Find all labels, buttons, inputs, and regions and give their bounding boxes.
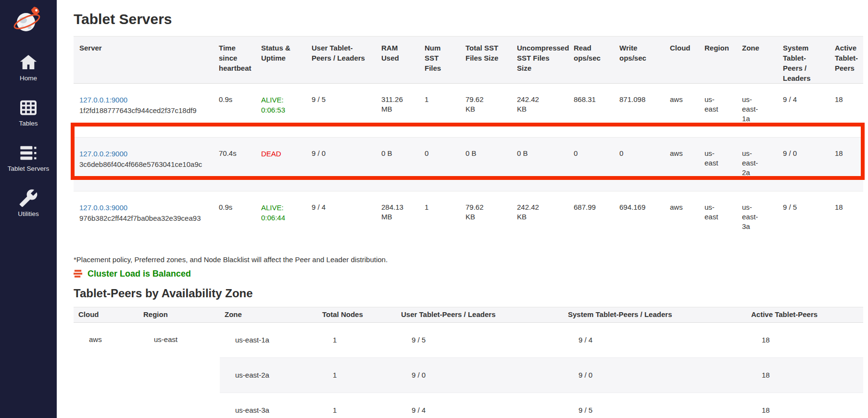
cloud-cell: aws: [664, 191, 699, 245]
yugabytedb-logo-icon[interactable]: [13, 5, 44, 36]
region-cell: us-east: [699, 191, 736, 245]
cluster-load-icon: [74, 269, 83, 279]
ram-cell: 311.26 MB: [376, 84, 419, 138]
sidebar-item-label: Home: [20, 75, 37, 82]
write-ops-cell: 0: [614, 138, 664, 191]
total-sst-cell: 0 B: [460, 138, 511, 191]
status-text: DEAD: [261, 149, 302, 159]
read-ops-cell: 868.31: [568, 84, 614, 138]
active-peers-cell: 18: [746, 393, 863, 418]
col-uncompressed-sst: Uncompressed SST Files Size: [511, 37, 568, 84]
uncompressed-sst-cell: 242.42 KB: [511, 191, 568, 245]
sidebar-item-utilities[interactable]: Utilities: [0, 189, 57, 218]
zone-table: Cloud Region Zone Total Nodes User Table…: [74, 307, 863, 418]
server-uuid: 1f2fd188777643cf944ced2f37c18df9: [79, 105, 209, 116]
uncompressed-sst-cell: 242.42 KB: [511, 84, 568, 138]
col-total-sst: Total SST Files Size: [460, 37, 511, 84]
sidebar-item-home[interactable]: Home: [0, 53, 57, 82]
active-peers-cell: 18: [746, 322, 863, 357]
heartbeat-cell: 70.4s: [213, 138, 255, 191]
server-link[interactable]: 127.0.0.1:9000: [79, 95, 209, 105]
zone-cell: us-east-3a: [736, 191, 777, 245]
col-cloud: Cloud: [74, 307, 138, 322]
system-peers-cell: 9 / 4: [777, 84, 829, 138]
active-peers-cell: 18: [829, 84, 863, 138]
user-peers-cell: 9 / 5: [306, 84, 376, 138]
wrench-icon: [19, 189, 38, 208]
cloud-cell: aws: [74, 322, 138, 418]
col-user-peers: User Tablet-Peers / Leaders: [396, 307, 563, 322]
status-cell: ALIVE: 0:06:53: [255, 84, 306, 138]
tables-icon: [19, 98, 38, 117]
write-ops-cell: 694.169: [614, 191, 664, 245]
zone-section-title: Tablet-Peers by Availability Zone: [74, 286, 863, 301]
server-cell: 127.0.0.1:9000 1f2fd188777643cf944ced2f3…: [74, 84, 213, 138]
col-region: Region: [699, 37, 736, 84]
col-status: Status & Uptime: [255, 37, 306, 84]
zone-cell: us-east-3a: [220, 393, 317, 418]
zone-cell: us-east-1a: [220, 322, 317, 357]
user-peers-cell: 9 / 0: [396, 357, 563, 393]
status-cell: ALIVE: 0:06:44: [255, 191, 306, 245]
uptime-text: 0:06:53: [261, 105, 302, 115]
col-ram: RAM Used: [376, 37, 419, 84]
heartbeat-cell: 0.9s: [213, 191, 255, 245]
region-cell: us-east: [138, 322, 220, 418]
server-cell: 127.0.0.2:9000 3c6deb86f40c4f668e5763041…: [74, 138, 213, 191]
write-ops-cell: 871.098: [614, 84, 664, 138]
total-nodes-cell: 1: [317, 357, 396, 393]
num-sst-cell: 1: [419, 84, 460, 138]
system-peers-cell: 9 / 5: [777, 191, 829, 245]
tablet-servers-icon: [19, 143, 38, 163]
placement-footnote: *Placement policy, Preferred zones, and …: [74, 255, 863, 264]
zone-cell: us-east-2a: [220, 357, 317, 393]
uncompressed-sst-cell: 0 B: [511, 138, 568, 191]
col-region: Region: [138, 307, 220, 322]
system-peers-cell: 9 / 0: [777, 138, 829, 191]
heartbeat-cell: 0.9s: [213, 84, 255, 138]
col-user-peers: User Tablet-Peers / Leaders: [306, 37, 376, 84]
col-system-peers: System Tablet-Peers / Leaders: [563, 307, 746, 322]
read-ops-cell: 0: [568, 138, 614, 191]
zone-cell: us-east-1a: [736, 84, 777, 138]
uptime-text: 0:06:44: [261, 213, 302, 223]
col-read-ops: Read ops/sec: [568, 37, 614, 84]
sidebar-item-tables[interactable]: Tables: [0, 98, 57, 127]
table-row: 127.0.0.3:9000 976b382c2ff442f7ba0bea32e…: [74, 191, 863, 245]
col-system-peers: System Tablet-Peers / Leaders: [777, 37, 829, 84]
user-peers-cell: 9 / 0: [306, 138, 376, 191]
page-title: Tablet Servers: [74, 11, 863, 28]
server-link[interactable]: 127.0.0.2:9000: [79, 149, 209, 159]
col-heartbeat: Time since heartbeat: [213, 37, 255, 84]
active-peers-cell: 18: [746, 357, 863, 393]
col-total-nodes: Total Nodes: [317, 307, 396, 322]
read-ops-cell: 687.99: [568, 191, 614, 245]
sidebar-item-label: Tablet Servers: [8, 165, 49, 173]
zone-cell: us-east-2a: [736, 138, 777, 191]
tablet-servers-table: Server Time since heartbeat Status & Upt…: [74, 36, 863, 245]
ram-cell: 0 B: [376, 138, 419, 191]
col-cloud: Cloud: [664, 37, 699, 84]
num-sst-cell: 1: [419, 191, 460, 245]
col-server: Server: [74, 37, 213, 84]
total-sst-cell: 79.62 KB: [460, 191, 511, 245]
tserver-header-row: Server Time since heartbeat Status & Upt…: [74, 37, 863, 84]
col-num-sst: Num SST Files: [419, 37, 460, 84]
server-cell: 127.0.0.3:9000 976b382c2ff442f7ba0bea32e…: [74, 191, 213, 245]
user-peers-cell: 9 / 4: [306, 191, 376, 245]
server-link[interactable]: 127.0.0.3:9000: [79, 203, 209, 213]
table-row: 127.0.0.1:9000 1f2fd188777643cf944ced2f3…: [74, 84, 863, 138]
region-cell: us-east: [699, 84, 736, 138]
col-active-peers: Active Tablet-Peers: [829, 37, 863, 84]
sidebar-item-label: Tables: [19, 120, 38, 127]
active-peers-cell: 18: [829, 191, 863, 245]
sidebar: Home Tables Tablet Servers Utilities: [0, 0, 57, 418]
server-uuid: 976b382c2ff442f7ba0bea32e39cea93: [79, 213, 209, 224]
num-sst-cell: 0: [419, 138, 460, 191]
cluster-status-text: Cluster Load is Balanced: [88, 269, 191, 279]
col-write-ops: Write ops/sec: [614, 37, 664, 84]
col-active-peers: Active Tablet-Peers: [746, 307, 863, 322]
server-uuid: 3c6deb86f40c4f668e5763041ce10a9c: [79, 159, 209, 170]
total-sst-cell: 79.62 KB: [460, 84, 511, 138]
sidebar-item-tablet-servers[interactable]: Tablet Servers: [0, 143, 57, 173]
